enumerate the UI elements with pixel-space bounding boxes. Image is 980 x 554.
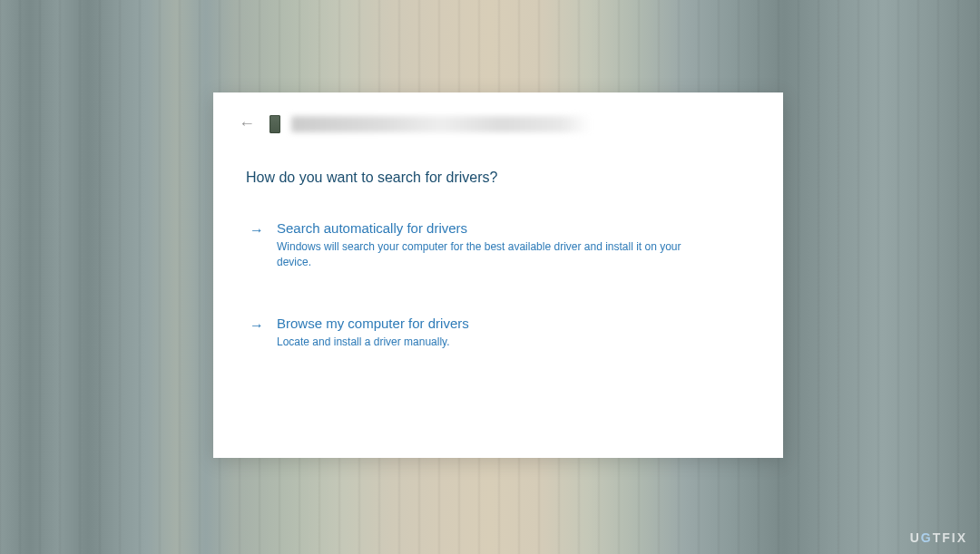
browse-computer-option[interactable]: → Browse my computer for drivers Locate … [246, 310, 750, 375]
watermark-logo: UGTFIX [910, 530, 967, 545]
option-description: Windows will search your computer for th… [277, 239, 712, 270]
update-driver-dialog: ← How do you want to search for drivers?… [213, 92, 783, 458]
watermark-suffix: TFIX [933, 530, 967, 545]
option-description: Locate and install a driver manually. [277, 335, 712, 350]
options-container: → Search automatically for drivers Windo… [213, 197, 783, 374]
search-automatically-option[interactable]: → Search automatically for drivers Windo… [246, 215, 750, 296]
device-icon [270, 115, 280, 133]
option-content: Search automatically for drivers Windows… [277, 220, 747, 270]
dialog-header: ← [213, 92, 783, 144]
arrow-right-icon: → [250, 222, 264, 238]
option-content: Browse my computer for drivers Locate an… [277, 316, 747, 350]
option-title: Browse my computer for drivers [277, 316, 747, 331]
option-title: Search automatically for drivers [277, 220, 747, 236]
arrow-right-icon: → [250, 317, 264, 334]
watermark-accent: G [921, 530, 933, 545]
back-arrow-icon[interactable]: ← [235, 111, 259, 137]
device-name-blurred [291, 116, 591, 132]
dialog-title: How do you want to search for drivers? [213, 144, 783, 197]
watermark-prefix: U [910, 530, 921, 545]
